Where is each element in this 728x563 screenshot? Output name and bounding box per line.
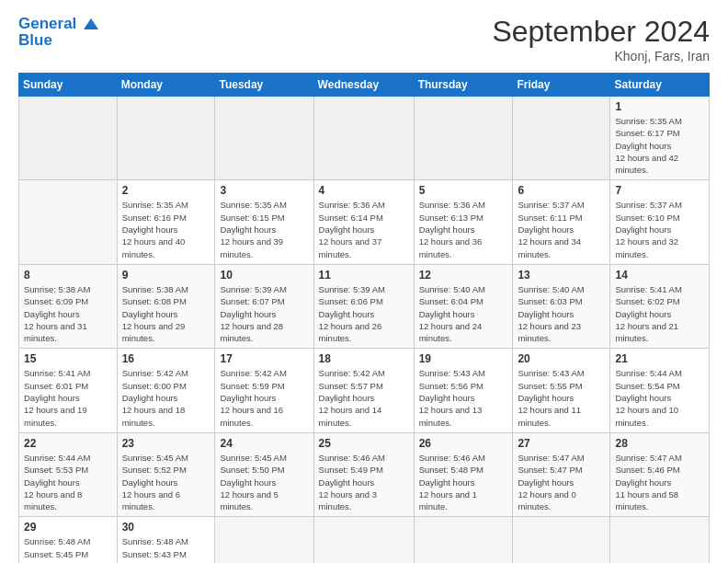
page: General Blue September 2024 Khonj, Fars,… (0, 0, 728, 563)
calendar-cell (215, 517, 313, 563)
day-detail: Sunrise: 5:42 AMSunset: 5:59 PMDaylight … (220, 367, 308, 428)
day-detail: Sunrise: 5:46 AMSunset: 5:48 PMDaylight … (419, 452, 508, 512)
calendar-cell (610, 517, 710, 563)
calendar-cell: 8Sunrise: 5:38 AMSunset: 6:09 PMDaylight… (19, 264, 118, 348)
calendar-row-3: 15Sunrise: 5:41 AMSunset: 6:01 PMDayligh… (19, 349, 710, 432)
day-number: 8 (24, 269, 112, 282)
day-number: 11 (319, 269, 409, 282)
calendar-cell: 16Sunrise: 5:42 AMSunset: 6:00 PMDayligh… (117, 349, 215, 432)
weekday-wednesday: Wednesday (313, 74, 414, 97)
calendar-cell: 11Sunrise: 5:39 AMSunset: 6:06 PMDayligh… (313, 264, 414, 348)
weekday-sunday: Sunday (19, 74, 118, 97)
day-detail: Sunrise: 5:43 AMSunset: 5:55 PMDaylight … (518, 367, 605, 428)
day-number: 22 (24, 437, 112, 450)
calendar-cell: 12Sunrise: 5:40 AMSunset: 6:04 PMDayligh… (414, 264, 513, 348)
day-number: 15 (24, 352, 112, 365)
subtitle: Khonj, Fars, Iran (492, 49, 710, 63)
calendar-row-1: 2Sunrise: 5:35 AMSunset: 6:16 PMDaylight… (19, 180, 710, 264)
day-number: 26 (419, 437, 508, 450)
calendar-cell: 29Sunrise: 5:48 AMSunset: 5:45 PMDayligh… (19, 517, 118, 563)
weekday-friday: Friday (513, 74, 610, 97)
calendar-cell: 30Sunrise: 5:48 AMSunset: 5:43 PMDayligh… (117, 517, 215, 563)
calendar-cell: 25Sunrise: 5:46 AMSunset: 5:49 PMDayligh… (313, 432, 414, 516)
calendar-cell (19, 97, 118, 180)
day-detail: Sunrise: 5:39 AMSunset: 6:07 PMDaylight … (220, 283, 308, 344)
logo: General Blue (18, 15, 100, 50)
day-detail: Sunrise: 5:36 AMSunset: 6:14 PMDaylight … (319, 199, 409, 259)
day-number: 27 (518, 437, 605, 450)
calendar-cell: 26Sunrise: 5:46 AMSunset: 5:48 PMDayligh… (414, 432, 513, 516)
day-number: 14 (615, 269, 704, 282)
calendar-cell (19, 180, 118, 264)
day-detail: Sunrise: 5:42 AMSunset: 6:00 PMDaylight … (122, 367, 210, 428)
day-detail: Sunrise: 5:41 AMSunset: 6:02 PMDaylight … (615, 283, 704, 344)
day-detail: Sunrise: 5:48 AMSunset: 5:43 PMDaylight … (122, 535, 210, 563)
calendar-row-2: 8Sunrise: 5:38 AMSunset: 6:09 PMDaylight… (19, 264, 710, 348)
calendar-cell (513, 97, 610, 180)
day-detail: Sunrise: 5:45 AMSunset: 5:52 PMDaylight … (122, 452, 210, 512)
weekday-header-row: SundayMondayTuesdayWednesdayThursdayFrid… (19, 74, 710, 97)
day-detail: Sunrise: 5:45 AMSunset: 5:50 PMDaylight … (220, 452, 308, 512)
day-number: 30 (122, 521, 210, 534)
day-detail: Sunrise: 5:46 AMSunset: 5:49 PMDaylight … (319, 452, 409, 512)
day-number: 9 (122, 269, 210, 282)
day-detail: Sunrise: 5:35 AMSunset: 6:17 PMDaylight … (615, 115, 704, 176)
day-detail: Sunrise: 5:43 AMSunset: 5:56 PMDaylight … (419, 367, 508, 428)
calendar-cell: 4Sunrise: 5:36 AMSunset: 6:14 PMDaylight… (313, 180, 414, 264)
calendar-cell: 27Sunrise: 5:47 AMSunset: 5:47 PMDayligh… (513, 432, 610, 516)
calendar-cell (414, 517, 513, 563)
day-number: 19 (419, 352, 508, 365)
day-number: 29 (24, 521, 112, 534)
calendar-cell: 19Sunrise: 5:43 AMSunset: 5:56 PMDayligh… (414, 349, 513, 432)
day-number: 2 (122, 184, 210, 197)
calendar-cell (414, 97, 513, 180)
calendar-cell (313, 517, 414, 563)
day-detail: Sunrise: 5:44 AMSunset: 5:54 PMDaylight … (615, 367, 704, 428)
day-number: 13 (518, 269, 605, 282)
logo-text: General Blue (18, 15, 100, 50)
day-detail: Sunrise: 5:47 AMSunset: 5:46 PMDaylight … (615, 452, 704, 512)
calendar-row-5: 29Sunrise: 5:48 AMSunset: 5:45 PMDayligh… (19, 517, 710, 563)
calendar-cell: 23Sunrise: 5:45 AMSunset: 5:52 PMDayligh… (117, 432, 215, 516)
calendar-row-4: 22Sunrise: 5:44 AMSunset: 5:53 PMDayligh… (19, 432, 710, 516)
day-detail: Sunrise: 5:37 AMSunset: 6:11 PMDaylight … (518, 199, 605, 259)
day-detail: Sunrise: 5:38 AMSunset: 6:08 PMDaylight … (122, 283, 210, 344)
day-number: 10 (220, 269, 308, 282)
weekday-monday: Monday (117, 74, 215, 97)
calendar-cell: 2Sunrise: 5:35 AMSunset: 6:16 PMDaylight… (117, 180, 215, 264)
day-detail: Sunrise: 5:38 AMSunset: 6:09 PMDaylight … (24, 283, 112, 344)
day-detail: Sunrise: 5:44 AMSunset: 5:53 PMDaylight … (24, 452, 112, 512)
day-detail: Sunrise: 5:35 AMSunset: 6:15 PMDaylight … (220, 199, 308, 259)
day-number: 1 (615, 100, 704, 113)
weekday-tuesday: Tuesday (215, 74, 313, 97)
day-number: 23 (122, 437, 210, 450)
day-number: 25 (319, 437, 409, 450)
day-number: 7 (615, 184, 704, 197)
day-detail: Sunrise: 5:39 AMSunset: 6:06 PMDaylight … (319, 283, 409, 344)
day-number: 18 (319, 352, 409, 365)
calendar-cell: 15Sunrise: 5:41 AMSunset: 6:01 PMDayligh… (19, 349, 118, 432)
calendar-cell: 21Sunrise: 5:44 AMSunset: 5:54 PMDayligh… (610, 349, 710, 432)
calendar-cell (313, 97, 414, 180)
calendar-cell: 9Sunrise: 5:38 AMSunset: 6:08 PMDaylight… (117, 264, 215, 348)
calendar-cell: 5Sunrise: 5:36 AMSunset: 6:13 PMDaylight… (414, 180, 513, 264)
calendar-cell: 1Sunrise: 5:35 AMSunset: 6:17 PMDaylight… (610, 97, 710, 180)
day-number: 21 (615, 352, 704, 365)
calendar-cell: 10Sunrise: 5:39 AMSunset: 6:07 PMDayligh… (215, 264, 313, 348)
calendar-cell: 20Sunrise: 5:43 AMSunset: 5:55 PMDayligh… (513, 349, 610, 432)
calendar-cell: 18Sunrise: 5:42 AMSunset: 5:57 PMDayligh… (313, 349, 414, 432)
calendar-cell: 6Sunrise: 5:37 AMSunset: 6:11 PMDaylight… (513, 180, 610, 264)
logo-icon (82, 17, 100, 33)
calendar-cell: 28Sunrise: 5:47 AMSunset: 5:46 PMDayligh… (610, 432, 710, 516)
day-number: 20 (518, 352, 605, 365)
day-detail: Sunrise: 5:48 AMSunset: 5:45 PMDaylight … (24, 535, 112, 563)
day-number: 3 (220, 184, 308, 197)
calendar-cell (215, 97, 313, 180)
logo-blue: Blue (18, 31, 100, 50)
calendar-cell (513, 517, 610, 563)
calendar-cell: 13Sunrise: 5:40 AMSunset: 6:03 PMDayligh… (513, 264, 610, 348)
day-detail: Sunrise: 5:40 AMSunset: 6:04 PMDaylight … (419, 283, 508, 344)
calendar-cell: 24Sunrise: 5:45 AMSunset: 5:50 PMDayligh… (215, 432, 313, 516)
day-detail: Sunrise: 5:36 AMSunset: 6:13 PMDaylight … (419, 199, 508, 259)
calendar-cell: 3Sunrise: 5:35 AMSunset: 6:15 PMDaylight… (215, 180, 313, 264)
